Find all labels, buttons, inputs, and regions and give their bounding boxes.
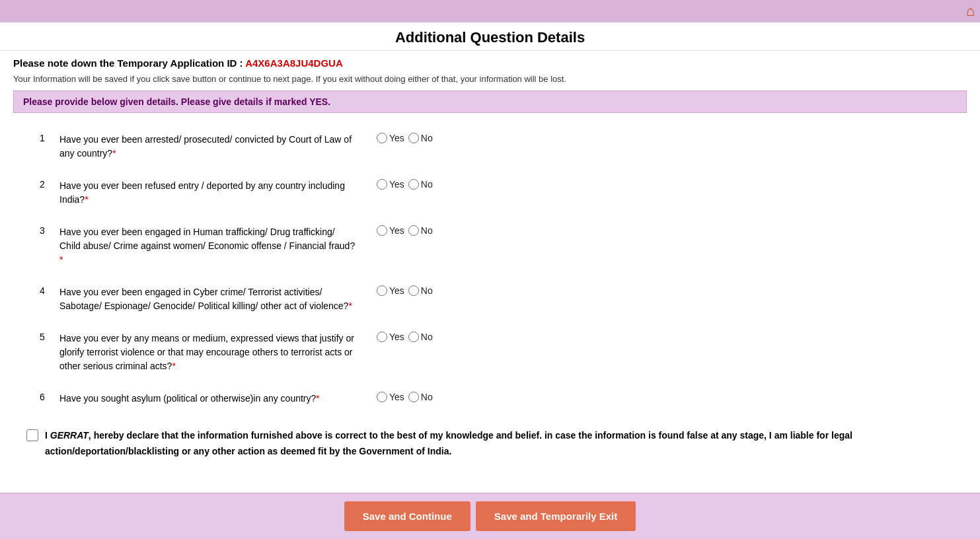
no-radio[interactable] xyxy=(408,133,419,143)
info-text: Your Information will be saved if you cl… xyxy=(13,74,967,84)
question-options: YesNo xyxy=(370,170,967,216)
temp-id-label: Please note down the Temporary Applicati… xyxy=(13,57,243,69)
declaration-rest: , hereby declare that the information fu… xyxy=(45,430,852,456)
no-radio[interactable] xyxy=(408,332,419,342)
page-title: Additional Question Details xyxy=(395,29,585,46)
no-radio[interactable] xyxy=(408,392,419,402)
footer-bar: Save and Continue Save and Temporarily E… xyxy=(0,493,980,539)
no-radio[interactable] xyxy=(408,225,419,236)
table-row: 4Have you ever been engaged in Cyber cri… xyxy=(13,276,967,322)
top-bar: ⌂ xyxy=(0,0,980,22)
yes-radio[interactable] xyxy=(377,392,387,402)
yes-radio[interactable] xyxy=(377,332,387,342)
yes-label[interactable]: Yes xyxy=(377,133,404,143)
no-radio[interactable] xyxy=(408,179,419,190)
question-options: YesNo xyxy=(370,124,967,170)
no-radio[interactable] xyxy=(408,285,419,296)
yes-radio[interactable] xyxy=(377,179,387,190)
question-options: YesNo xyxy=(370,322,967,382)
question-number: 1 xyxy=(13,124,53,170)
declarant-name: GERRAT xyxy=(50,430,89,441)
question-text: Have you ever been refused entry / depor… xyxy=(53,170,370,216)
no-label[interactable]: No xyxy=(408,133,433,143)
save-continue-button[interactable]: Save and Continue xyxy=(344,501,471,531)
declaration-text: I GERRAT, hereby declare that the inform… xyxy=(45,428,954,460)
no-label[interactable]: No xyxy=(408,225,433,236)
questions-table: 1Have you ever been arrested/ prosecuted… xyxy=(13,124,967,415)
table-row: 6Have you sought asylum (political or ot… xyxy=(13,382,967,415)
table-row: 1Have you ever been arrested/ prosecuted… xyxy=(13,124,967,170)
declaration-label[interactable]: I GERRAT, hereby declare that the inform… xyxy=(26,428,954,460)
yes-label[interactable]: Yes xyxy=(377,285,404,296)
question-number: 5 xyxy=(13,322,53,382)
question-text: Have you ever been engaged in Cyber crim… xyxy=(53,276,370,322)
question-text: Have you sought asylum (political or oth… xyxy=(53,382,370,415)
temp-id-value: A4X6A3A8JU4DGUA xyxy=(245,57,343,69)
yes-label[interactable]: Yes xyxy=(377,332,404,342)
section-header: Please provide below given details. Plea… xyxy=(13,90,967,113)
no-label[interactable]: No xyxy=(408,285,433,296)
yes-label[interactable]: Yes xyxy=(377,392,404,402)
declaration-checkbox[interactable] xyxy=(26,429,38,441)
table-row: 2Have you ever been refused entry / depo… xyxy=(13,170,967,216)
no-label[interactable]: No xyxy=(408,392,433,402)
page-title-bar: Additional Question Details xyxy=(0,22,980,51)
home-icon[interactable]: ⌂ xyxy=(966,3,975,20)
question-text: Have you ever been arrested/ prosecuted/… xyxy=(53,124,370,170)
question-number: 2 xyxy=(13,170,53,216)
yes-radio[interactable] xyxy=(377,133,387,143)
yes-radio[interactable] xyxy=(377,285,387,296)
question-options: YesNo xyxy=(370,276,967,322)
save-exit-button[interactable]: Save and Temporarily Exit xyxy=(476,501,636,531)
question-text: Have you ever been engaged in Human traf… xyxy=(53,216,370,276)
no-label[interactable]: No xyxy=(408,332,433,342)
no-label[interactable]: No xyxy=(408,179,433,190)
declaration-section: I GERRAT, hereby declare that the inform… xyxy=(26,428,954,460)
temp-id-line: Please note down the Temporary Applicati… xyxy=(13,57,967,69)
table-row: 5Have you ever by any means or medium, e… xyxy=(13,322,967,382)
question-number: 4 xyxy=(13,276,53,322)
question-options: YesNo xyxy=(370,216,967,276)
question-number: 6 xyxy=(13,382,53,415)
question-text: Have you ever by any means or medium, ex… xyxy=(53,322,370,382)
yes-label[interactable]: Yes xyxy=(377,179,404,190)
question-options: YesNo xyxy=(370,382,967,415)
question-number: 3 xyxy=(13,216,53,276)
content-area: Please note down the Temporary Applicati… xyxy=(0,51,980,473)
table-row: 3Have you ever been engaged in Human tra… xyxy=(13,216,967,276)
yes-radio[interactable] xyxy=(377,225,387,236)
yes-label[interactable]: Yes xyxy=(377,225,404,236)
